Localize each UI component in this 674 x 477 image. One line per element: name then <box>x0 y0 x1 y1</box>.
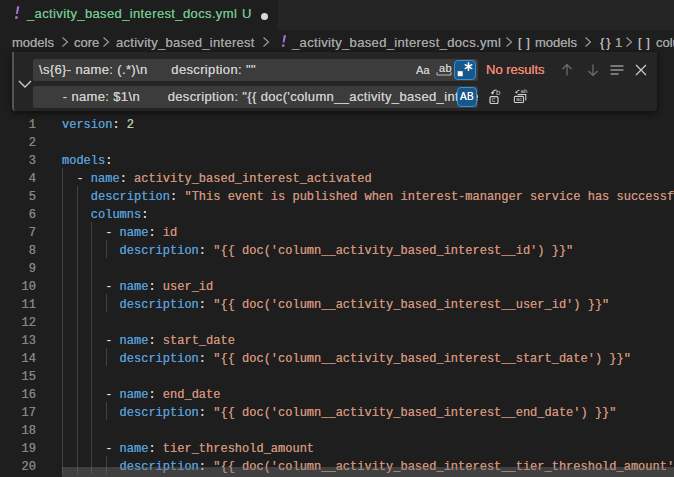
svg-text:b: b <box>496 88 501 97</box>
svg-text:c: c <box>492 96 496 103</box>
svg-text:ab: ab <box>439 62 452 74</box>
svg-text:ac: ac <box>516 95 523 102</box>
svg-text:ab: ab <box>520 88 527 94</box>
